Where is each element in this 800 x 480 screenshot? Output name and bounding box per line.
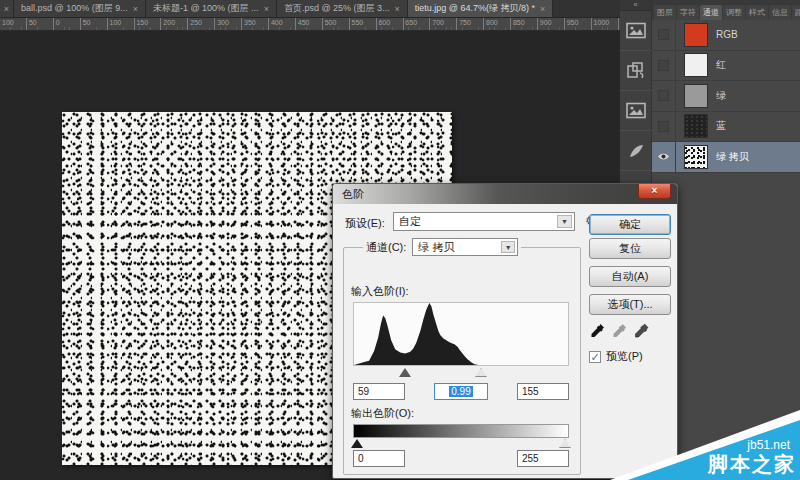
preview-option: ✓ 预览(P) [589, 349, 643, 364]
eye-empty-slot [658, 90, 669, 101]
tab-paths[interactable]: 路径 [792, 5, 800, 20]
panel-tab-strip: 图层 字符 通道 调整 样式 信息 路径 [652, 0, 800, 20]
dialog-titlebar[interactable]: 色阶 [333, 184, 677, 204]
document-tab-ball[interactable]: ball.psd @ 100% (图层 9... × [14, 0, 146, 17]
tab-layers[interactable]: 图层 [654, 5, 676, 20]
tab-close-icon[interactable]: × [264, 4, 269, 14]
ruler-tick: 200 [161, 18, 188, 30]
output-white-field[interactable]: 255 [517, 450, 569, 467]
visibility-toggle[interactable] [652, 20, 676, 50]
auto-button[interactable]: 自动(A) [589, 266, 671, 287]
eye-empty-slot [658, 121, 669, 132]
channel-name: 绿 拷贝 [716, 150, 749, 164]
visibility-toggle[interactable] [652, 142, 676, 172]
document-tab-homepage[interactable]: 首页.psd @ 25% (图层 3... × [277, 0, 408, 17]
preset-value: 自定 [399, 214, 421, 229]
channel-thumbnail [684, 145, 708, 169]
visibility-toggle[interactable] [652, 81, 676, 111]
channel-name: 蓝 [716, 119, 726, 133]
input-levels-label: 输入色阶(I): [351, 284, 408, 299]
ruler-tick: 950 [565, 18, 592, 30]
output-gradient-bar [353, 424, 569, 438]
options-button[interactable]: 选项(T)... [589, 294, 671, 315]
input-gamma-field[interactable]: 0.99 [434, 383, 488, 400]
channel-dropdown[interactable]: 绿 拷贝 ▼ [412, 238, 518, 256]
ruler-tick: 900 [538, 18, 565, 30]
ruler-tick: 0 [54, 18, 81, 30]
visibility-toggle[interactable] [652, 51, 676, 81]
output-levels-label: 输出色阶(O): [351, 406, 414, 421]
black-point-eyedropper-icon[interactable] [591, 323, 605, 338]
channel-row-green[interactable]: 绿 [652, 81, 800, 112]
ruler-tick: 750 [457, 18, 484, 30]
channel-row-blue[interactable]: 蓝 [652, 112, 800, 143]
tab-channels[interactable]: 通道 [700, 5, 722, 20]
input-slider-track [353, 368, 569, 378]
tab-styles[interactable]: 样式 [746, 5, 768, 20]
ruler-tick: 150 [134, 18, 161, 30]
white-point-slider[interactable] [475, 368, 487, 377]
channel-label: 通道(C): [366, 240, 406, 255]
panel-icon-history[interactable] [620, 51, 652, 91]
channel-row-green-copy[interactable]: 绿 拷贝 [652, 142, 800, 173]
tab-info[interactable]: 信息 [769, 5, 791, 20]
panel-icon-image[interactable] [620, 91, 652, 131]
ok-button[interactable]: 确定 [589, 214, 671, 235]
gray-point-eyedropper-icon[interactable] [613, 323, 627, 338]
input-black-field[interactable]: 59 [353, 383, 405, 400]
document-tab-tietu-active[interactable]: tietu.jpg @ 64.7%(绿 拷贝/8) * × [408, 0, 553, 17]
selected-text: 0.99 [449, 386, 472, 397]
panel-icon-library[interactable] [620, 11, 652, 51]
tab-label: 首页.psd @ 25% (图层 3... [284, 2, 390, 15]
horizontal-ruler: 1005005010015020025030035040045050055060… [0, 18, 620, 31]
tab-close-icon[interactable]: × [540, 4, 545, 14]
channel-name: 红 [716, 58, 726, 72]
watermark-name: 脚本之家 [708, 451, 796, 478]
output-slider-track [353, 439, 569, 449]
chevron-down-icon[interactable]: ▼ [501, 241, 515, 253]
ruler-tick: 600 [376, 18, 403, 30]
tab-close-icon[interactable]: × [133, 4, 138, 14]
tab-character[interactable]: 字符 [677, 5, 699, 20]
eyedropper-group [591, 323, 649, 338]
input-white-field[interactable]: 155 [517, 383, 569, 400]
histogram-shape [354, 303, 568, 365]
document-tab-untitled[interactable]: 未标题-1 @ 100% (图层 ... × [146, 0, 277, 17]
output-black-field[interactable]: 0 [353, 450, 405, 467]
channel-select-row: 通道(C): 绿 拷贝 ▼ [363, 238, 521, 256]
tab-close-icon[interactable]: × [395, 4, 400, 14]
ruler-tick: 100 [108, 18, 135, 30]
ruler-tick: 350 [242, 18, 269, 30]
dialog-close-button[interactable]: × [638, 184, 671, 199]
ruler-tick: 850 [511, 18, 538, 30]
collapse-dock-icon[interactable]: « [620, 0, 651, 11]
ruler-tick: 500 [323, 18, 350, 30]
reset-button[interactable]: 复位 [589, 238, 671, 259]
ruler-tick: 250 [188, 18, 215, 30]
ruler-tick: 50 [27, 18, 54, 30]
preset-dropdown[interactable]: 自定 ▼ [393, 212, 575, 231]
watermark-site: jb51.net [747, 438, 790, 452]
document-tab-bar: × ball.psd @ 100% (图层 9... × 未标题-1 @ 100… [0, 0, 620, 18]
eye-icon [657, 152, 670, 161]
channel-row-red[interactable]: 红 [652, 51, 800, 82]
visibility-toggle[interactable] [652, 112, 676, 142]
chevron-down-icon[interactable]: ▼ [557, 215, 572, 228]
tab-label: ball.psd @ 100% (图层 9... [21, 2, 128, 15]
dialog-title: 色阶 [342, 188, 364, 200]
white-point-eyedropper-icon[interactable] [635, 323, 649, 338]
preview-label: 预览(P) [606, 349, 643, 364]
tab-label: tietu.jpg @ 64.7%(绿 拷贝/8) * [415, 2, 535, 15]
eye-empty-slot [658, 29, 669, 40]
black-point-slider[interactable] [399, 368, 411, 377]
preview-checkbox[interactable]: ✓ [589, 351, 601, 363]
channel-row-rgb[interactable]: RGB [652, 20, 800, 51]
eye-empty-slot [658, 60, 669, 71]
histogram [353, 302, 569, 366]
tab-adjustments[interactable]: 调整 [723, 5, 745, 20]
panel-icon-brush[interactable] [620, 131, 652, 171]
output-black-slider[interactable] [351, 439, 363, 448]
ruler-tick: 700 [430, 18, 457, 30]
ruler-tick: 800 [484, 18, 511, 30]
tab-close-icon[interactable]: × [0, 0, 14, 17]
